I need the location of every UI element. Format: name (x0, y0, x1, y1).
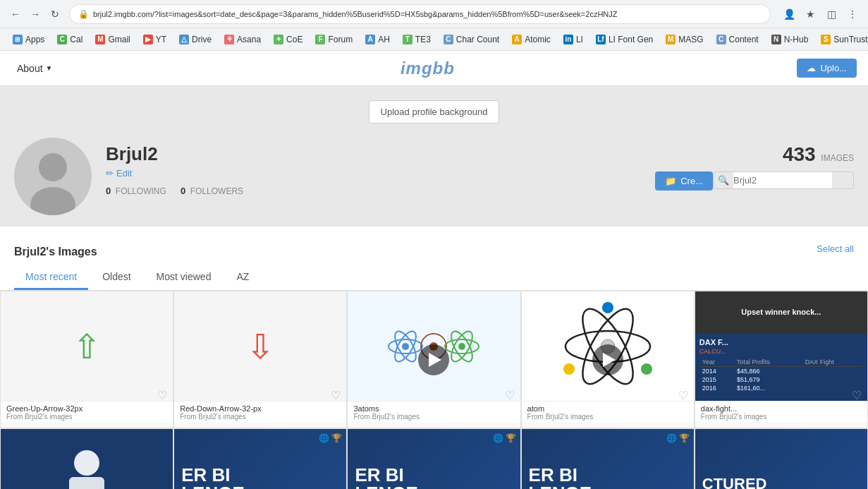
bookmark-nhub[interactable]: N N-Hub (766, 32, 814, 47)
dax-row2-year: 2015 (699, 375, 734, 384)
upload-label: Uplo... (820, 63, 847, 73)
like-button[interactable]: ♡ (505, 389, 515, 402)
bookmark-asana[interactable]: ⚘ Asana (219, 32, 267, 47)
bookmark-charcount[interactable]: C Char Count (438, 32, 505, 47)
bookmark-asana-label: Asana (237, 35, 261, 44)
image-thumbnail: ER BI LENGE 🌐 🏆 (522, 429, 694, 489)
bookmark-apps[interactable]: ⊞ Apps (7, 32, 50, 47)
forward-button[interactable]: → (27, 6, 44, 23)
bookmark-yt-label: YT (156, 35, 166, 44)
profile-search-box[interactable]: 🔍 (713, 171, 854, 189)
svg-point-13 (458, 343, 465, 350)
li-favicon: in (563, 35, 573, 44)
list-item[interactable]: ER BI LENGE 🌐 🏆 bi-challenge-1 From Brju… (173, 428, 347, 489)
images-section-title: Brjul2's Images (14, 246, 97, 258)
edit-profile-link[interactable]: ✏ Edit (106, 168, 641, 179)
suntrust-favicon: S (821, 35, 831, 44)
bookmark-li[interactable]: in LI (558, 32, 589, 47)
list-item[interactable]: bi-blue-1 From Brjul2's images ♡ (0, 428, 173, 489)
list-item[interactable]: ⇧ Green-Up-Arrow-32px From Brjul2's imag… (0, 291, 173, 428)
about-menu-button[interactable]: About ▼ (11, 59, 59, 78)
bookmark-yt[interactable]: ▶ YT (137, 32, 172, 47)
refresh-button[interactable]: ↻ (47, 6, 63, 23)
svg-point-19 (641, 363, 652, 375)
bookmark-li-label: LI (576, 35, 583, 44)
bookmark-suntrust-label: SunTrust (833, 35, 867, 44)
bookmark-atomic-label: Atomic (525, 35, 551, 44)
image-label-bar: dax-fight... From Brjul2's images (695, 401, 867, 422)
like-button[interactable]: ♡ (331, 389, 341, 402)
extensions-button[interactable]: ◫ (823, 6, 840, 23)
image-thumbnail: ⇩ (174, 291, 346, 401)
image-thumbnail: ⇧ (1, 291, 173, 401)
back-button[interactable]: ← (7, 6, 24, 23)
list-item[interactable]: CTURED bi-featured From Brjul2's images … (695, 428, 868, 489)
create-album-button[interactable]: 📁 Cre... (655, 171, 713, 191)
bookmark-content[interactable]: C Content (711, 32, 764, 47)
bookmark-drive[interactable]: △ Drive (173, 32, 217, 47)
svg-point-17 (601, 339, 615, 354)
dax-row3-year: 2016 (699, 384, 734, 392)
tab-oldest[interactable]: Oldest (91, 265, 142, 290)
images-count: 433 (783, 143, 816, 165)
svg-rect-22 (69, 477, 104, 490)
like-button[interactable]: ♡ (852, 389, 862, 402)
tab-az[interactable]: AZ (225, 265, 260, 290)
dax-row1-profits: $45,866 (734, 367, 802, 376)
nhub-favicon: N (771, 35, 781, 44)
bookmark-lifont-label: LI Font Gen (609, 35, 653, 44)
address-bar[interactable]: 🔒 brjul2.imgbb.com/?list=images&sort=dat… (69, 4, 771, 24)
list-item[interactable]: Upset winner knock... DAX F... CALCU... … (695, 291, 868, 428)
image-thumbnail: CTURED (695, 429, 867, 489)
masg-favicon: M (666, 35, 676, 44)
bookmark-te3[interactable]: T TE3 (397, 32, 436, 47)
bookmark-forum[interactable]: F Forum (310, 32, 358, 47)
list-item[interactable]: ⇩ Red-Down-Arrow-32-px From Brjul2's ima… (173, 291, 347, 428)
like-button[interactable]: ♡ (678, 389, 688, 402)
list-item[interactable]: ER BI LENGE 🌐 🏆 bi-challenge-2 From Brju… (347, 428, 520, 489)
profile-username: Brjul2 (106, 143, 641, 165)
browser-bar: ← → ↻ 🔒 brjul2.imgbb.com/?list=images&so… (0, 0, 868, 28)
bookmark-cal[interactable]: C Cal (51, 32, 88, 47)
tab-most-recent[interactable]: Most recent (14, 265, 88, 290)
search-icon: 🔍 (714, 172, 733, 188)
bookmark-star-button[interactable]: ★ (802, 6, 819, 23)
top-nav-left: About ▼ (11, 59, 59, 78)
follow-stats: 0 FOLLOWING 0 FOLLOWERS (106, 186, 641, 196)
upload-button[interactable]: ☁ Uplo... (797, 59, 857, 78)
list-item[interactable]: atom From Brjul2's images ♡ (521, 291, 695, 428)
bookmark-masg[interactable]: M MASG (660, 32, 709, 47)
profile-right: 433 IMAGES 🔍 📁 Cre... (655, 138, 854, 191)
profile-search-input[interactable] (733, 172, 832, 188)
list-item[interactable]: 3atoms From Brjul2's images ♡ (347, 291, 520, 428)
cal-favicon: C (57, 35, 67, 44)
select-all-link[interactable]: Select all (817, 243, 854, 260)
bookmark-suntrust[interactable]: S SunTrust (815, 32, 868, 47)
image-thumbnail (522, 291, 694, 401)
bookmark-gmail[interactable]: M Gmail (90, 32, 135, 47)
bookmark-atomic[interactable]: A Atomic (506, 32, 556, 47)
drive-favicon: △ (179, 35, 189, 44)
apps-favicon: ⊞ (13, 35, 23, 44)
list-item[interactable]: ER BI LENGE 🌐 🏆 bi-challenge-3 From Brju… (521, 428, 695, 489)
bookmark-coe[interactable]: ✦ CoE (268, 32, 308, 47)
images-count-row: 433 IMAGES (655, 143, 854, 166)
about-chevron-icon: ▼ (46, 64, 53, 72)
tabs-row: Most recent Oldest Most viewed AZ (14, 265, 854, 290)
tab-most-viewed[interactable]: Most viewed (145, 265, 223, 290)
url-text: brjul2.imgbb.com/?list=images&sort=date_… (93, 10, 618, 18)
image-thumbnail: ER BI LENGE 🌐 🏆 (348, 429, 520, 489)
bookmark-ah[interactable]: A AH (360, 32, 396, 47)
edit-label: Edit (116, 168, 132, 179)
bookmark-forum-label: Forum (328, 35, 353, 44)
svg-point-9 (429, 342, 438, 351)
profile-button[interactable]: 👤 (781, 6, 797, 23)
site-logo[interactable]: imgbb (401, 59, 455, 78)
top-nav: About ▼ imgbb ☁ Uplo... (0, 51, 868, 86)
upload-background-button[interactable]: Upload profile background (369, 100, 500, 123)
image-name: dax-fight... (701, 404, 862, 413)
bookmark-li-font[interactable]: Lf LI Font Gen (590, 32, 659, 47)
like-button[interactable]: ♡ (157, 389, 167, 402)
menu-button[interactable]: ⋮ (844, 6, 861, 23)
bookmark-nhub-label: N-Hub (784, 35, 809, 44)
